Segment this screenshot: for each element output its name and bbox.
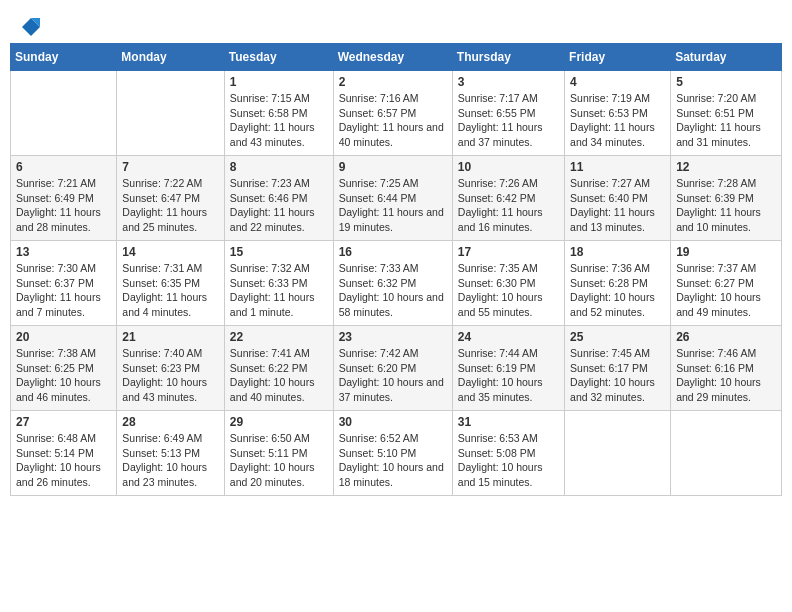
day-number: 31 bbox=[458, 415, 559, 429]
day-info: Sunrise: 7:15 AM Sunset: 6:58 PM Dayligh… bbox=[230, 91, 328, 150]
day-info: Sunrise: 7:26 AM Sunset: 6:42 PM Dayligh… bbox=[458, 176, 559, 235]
calendar-cell: 7Sunrise: 7:22 AM Sunset: 6:47 PM Daylig… bbox=[117, 156, 224, 241]
calendar-cell: 25Sunrise: 7:45 AM Sunset: 6:17 PM Dayli… bbox=[565, 326, 671, 411]
day-number: 20 bbox=[16, 330, 111, 344]
day-number: 4 bbox=[570, 75, 665, 89]
day-info: Sunrise: 7:38 AM Sunset: 6:25 PM Dayligh… bbox=[16, 346, 111, 405]
day-info: Sunrise: 7:20 AM Sunset: 6:51 PM Dayligh… bbox=[676, 91, 776, 150]
calendar-cell: 14Sunrise: 7:31 AM Sunset: 6:35 PM Dayli… bbox=[117, 241, 224, 326]
day-info: Sunrise: 6:52 AM Sunset: 5:10 PM Dayligh… bbox=[339, 431, 447, 490]
day-number: 28 bbox=[122, 415, 218, 429]
day-info: Sunrise: 7:42 AM Sunset: 6:20 PM Dayligh… bbox=[339, 346, 447, 405]
logo-icon bbox=[22, 18, 40, 36]
calendar-cell: 12Sunrise: 7:28 AM Sunset: 6:39 PM Dayli… bbox=[671, 156, 782, 241]
day-info: Sunrise: 7:27 AM Sunset: 6:40 PM Dayligh… bbox=[570, 176, 665, 235]
day-number: 5 bbox=[676, 75, 776, 89]
day-number: 10 bbox=[458, 160, 559, 174]
header-sunday: Sunday bbox=[11, 44, 117, 71]
day-info: Sunrise: 7:17 AM Sunset: 6:55 PM Dayligh… bbox=[458, 91, 559, 150]
day-info: Sunrise: 7:33 AM Sunset: 6:32 PM Dayligh… bbox=[339, 261, 447, 320]
day-info: Sunrise: 7:22 AM Sunset: 6:47 PM Dayligh… bbox=[122, 176, 218, 235]
day-number: 30 bbox=[339, 415, 447, 429]
day-info: Sunrise: 7:44 AM Sunset: 6:19 PM Dayligh… bbox=[458, 346, 559, 405]
week-row-4: 20Sunrise: 7:38 AM Sunset: 6:25 PM Dayli… bbox=[11, 326, 782, 411]
day-number: 6 bbox=[16, 160, 111, 174]
header-wednesday: Wednesday bbox=[333, 44, 452, 71]
calendar-cell: 4Sunrise: 7:19 AM Sunset: 6:53 PM Daylig… bbox=[565, 71, 671, 156]
day-info: Sunrise: 7:32 AM Sunset: 6:33 PM Dayligh… bbox=[230, 261, 328, 320]
calendar-cell: 10Sunrise: 7:26 AM Sunset: 6:42 PM Dayli… bbox=[452, 156, 564, 241]
calendar-cell: 21Sunrise: 7:40 AM Sunset: 6:23 PM Dayli… bbox=[117, 326, 224, 411]
day-number: 18 bbox=[570, 245, 665, 259]
day-info: Sunrise: 6:48 AM Sunset: 5:14 PM Dayligh… bbox=[16, 431, 111, 490]
calendar-cell: 1Sunrise: 7:15 AM Sunset: 6:58 PM Daylig… bbox=[224, 71, 333, 156]
day-info: Sunrise: 7:21 AM Sunset: 6:49 PM Dayligh… bbox=[16, 176, 111, 235]
calendar-cell bbox=[565, 411, 671, 496]
day-number: 25 bbox=[570, 330, 665, 344]
calendar-cell: 23Sunrise: 7:42 AM Sunset: 6:20 PM Dayli… bbox=[333, 326, 452, 411]
calendar-cell: 27Sunrise: 6:48 AM Sunset: 5:14 PM Dayli… bbox=[11, 411, 117, 496]
calendar-table: SundayMondayTuesdayWednesdayThursdayFrid… bbox=[10, 43, 782, 496]
day-number: 21 bbox=[122, 330, 218, 344]
day-info: Sunrise: 6:50 AM Sunset: 5:11 PM Dayligh… bbox=[230, 431, 328, 490]
calendar-cell: 29Sunrise: 6:50 AM Sunset: 5:11 PM Dayli… bbox=[224, 411, 333, 496]
day-number: 9 bbox=[339, 160, 447, 174]
day-number: 22 bbox=[230, 330, 328, 344]
week-row-3: 13Sunrise: 7:30 AM Sunset: 6:37 PM Dayli… bbox=[11, 241, 782, 326]
calendar-cell: 26Sunrise: 7:46 AM Sunset: 6:16 PM Dayli… bbox=[671, 326, 782, 411]
day-number: 14 bbox=[122, 245, 218, 259]
day-number: 23 bbox=[339, 330, 447, 344]
day-number: 19 bbox=[676, 245, 776, 259]
day-info: Sunrise: 7:19 AM Sunset: 6:53 PM Dayligh… bbox=[570, 91, 665, 150]
calendar-cell bbox=[117, 71, 224, 156]
day-info: Sunrise: 6:53 AM Sunset: 5:08 PM Dayligh… bbox=[458, 431, 559, 490]
calendar-cell: 20Sunrise: 7:38 AM Sunset: 6:25 PM Dayli… bbox=[11, 326, 117, 411]
day-number: 29 bbox=[230, 415, 328, 429]
header-friday: Friday bbox=[565, 44, 671, 71]
calendar-cell: 19Sunrise: 7:37 AM Sunset: 6:27 PM Dayli… bbox=[671, 241, 782, 326]
calendar-cell: 13Sunrise: 7:30 AM Sunset: 6:37 PM Dayli… bbox=[11, 241, 117, 326]
calendar-cell: 5Sunrise: 7:20 AM Sunset: 6:51 PM Daylig… bbox=[671, 71, 782, 156]
day-info: Sunrise: 7:37 AM Sunset: 6:27 PM Dayligh… bbox=[676, 261, 776, 320]
logo bbox=[20, 20, 40, 38]
day-number: 2 bbox=[339, 75, 447, 89]
calendar-cell: 16Sunrise: 7:33 AM Sunset: 6:32 PM Dayli… bbox=[333, 241, 452, 326]
day-number: 11 bbox=[570, 160, 665, 174]
day-number: 8 bbox=[230, 160, 328, 174]
day-info: Sunrise: 7:45 AM Sunset: 6:17 PM Dayligh… bbox=[570, 346, 665, 405]
week-row-1: 1Sunrise: 7:15 AM Sunset: 6:58 PM Daylig… bbox=[11, 71, 782, 156]
header-tuesday: Tuesday bbox=[224, 44, 333, 71]
day-info: Sunrise: 7:30 AM Sunset: 6:37 PM Dayligh… bbox=[16, 261, 111, 320]
page-header bbox=[10, 10, 782, 43]
header-saturday: Saturday bbox=[671, 44, 782, 71]
calendar-cell: 3Sunrise: 7:17 AM Sunset: 6:55 PM Daylig… bbox=[452, 71, 564, 156]
day-info: Sunrise: 7:35 AM Sunset: 6:30 PM Dayligh… bbox=[458, 261, 559, 320]
day-number: 17 bbox=[458, 245, 559, 259]
day-number: 1 bbox=[230, 75, 328, 89]
day-number: 27 bbox=[16, 415, 111, 429]
calendar-cell bbox=[671, 411, 782, 496]
day-number: 13 bbox=[16, 245, 111, 259]
calendar-header-row: SundayMondayTuesdayWednesdayThursdayFrid… bbox=[11, 44, 782, 71]
day-number: 26 bbox=[676, 330, 776, 344]
calendar-cell: 8Sunrise: 7:23 AM Sunset: 6:46 PM Daylig… bbox=[224, 156, 333, 241]
day-info: Sunrise: 7:28 AM Sunset: 6:39 PM Dayligh… bbox=[676, 176, 776, 235]
day-info: Sunrise: 7:41 AM Sunset: 6:22 PM Dayligh… bbox=[230, 346, 328, 405]
calendar-cell: 28Sunrise: 6:49 AM Sunset: 5:13 PM Dayli… bbox=[117, 411, 224, 496]
header-monday: Monday bbox=[117, 44, 224, 71]
day-info: Sunrise: 7:46 AM Sunset: 6:16 PM Dayligh… bbox=[676, 346, 776, 405]
calendar-cell: 6Sunrise: 7:21 AM Sunset: 6:49 PM Daylig… bbox=[11, 156, 117, 241]
header-thursday: Thursday bbox=[452, 44, 564, 71]
calendar-cell: 9Sunrise: 7:25 AM Sunset: 6:44 PM Daylig… bbox=[333, 156, 452, 241]
week-row-2: 6Sunrise: 7:21 AM Sunset: 6:49 PM Daylig… bbox=[11, 156, 782, 241]
day-number: 24 bbox=[458, 330, 559, 344]
calendar-cell: 15Sunrise: 7:32 AM Sunset: 6:33 PM Dayli… bbox=[224, 241, 333, 326]
calendar-cell: 11Sunrise: 7:27 AM Sunset: 6:40 PM Dayli… bbox=[565, 156, 671, 241]
day-number: 16 bbox=[339, 245, 447, 259]
day-info: Sunrise: 7:16 AM Sunset: 6:57 PM Dayligh… bbox=[339, 91, 447, 150]
calendar-cell bbox=[11, 71, 117, 156]
calendar-cell: 24Sunrise: 7:44 AM Sunset: 6:19 PM Dayli… bbox=[452, 326, 564, 411]
day-info: Sunrise: 7:36 AM Sunset: 6:28 PM Dayligh… bbox=[570, 261, 665, 320]
week-row-5: 27Sunrise: 6:48 AM Sunset: 5:14 PM Dayli… bbox=[11, 411, 782, 496]
day-info: Sunrise: 7:40 AM Sunset: 6:23 PM Dayligh… bbox=[122, 346, 218, 405]
